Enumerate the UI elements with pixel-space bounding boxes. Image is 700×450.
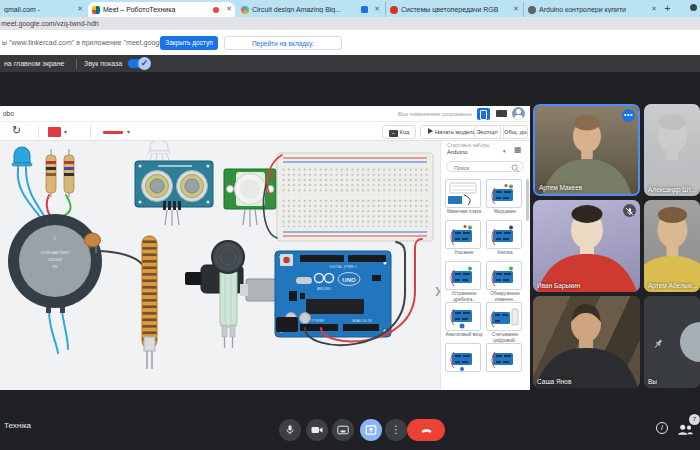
- resistor-component[interactable]: [64, 149, 74, 197]
- mobile-preview-button[interactable]: [477, 108, 490, 120]
- code-button[interactable]: ‹›Код: [382, 125, 416, 139]
- mic-icon: [284, 424, 296, 436]
- export-button[interactable]: Экспорт: [474, 125, 501, 139]
- address-bar[interactable]: meet.google.com/vzq-twnd-hdh: [0, 17, 700, 30]
- tab-tinkercad[interactable]: Circuit design Amazing Big... ✕: [237, 2, 383, 17]
- participant-name: Вы: [648, 378, 657, 385]
- browser-tab-strip: gmail.com - ✕ Meet – РоботоТехника ✕ Cir…: [0, 0, 700, 17]
- avatar[interactable]: [512, 107, 525, 120]
- wire-style-swatch[interactable]: [103, 131, 123, 134]
- blue-led-component[interactable]: [12, 147, 32, 169]
- component-card[interactable]: [486, 343, 524, 373]
- svg-text:CR2032: CR2032: [48, 257, 63, 262]
- component-thumbnail: [445, 261, 481, 290]
- save-status: Все изменения сохранены: [398, 111, 472, 117]
- components-panel: ❯ Стартовые наборы Arduino ▾ ▦ Макет: [440, 141, 530, 390]
- stop-presenting-button[interactable]: [360, 419, 382, 441]
- browser-profile-icon[interactable]: [690, 4, 697, 11]
- component-thumbnail: [486, 179, 522, 208]
- participant-name: Александр Шт...: [648, 186, 696, 193]
- goto-tab-button[interactable]: Перейти на вкладку: www.tinkercad.com: [224, 36, 342, 50]
- component-card[interactable]: Мерцание: [486, 179, 524, 215]
- component-card[interactable]: Аналоговый вход: [445, 302, 483, 338]
- new-tab-button[interactable]: +: [661, 2, 674, 15]
- phone-icon: [480, 110, 487, 120]
- component-thumbnail: [486, 343, 522, 372]
- mic-button[interactable]: [279, 419, 301, 441]
- svg-text:ANALOG IN: ANALOG IN: [352, 319, 372, 323]
- search-input[interactable]: [452, 163, 514, 172]
- participant-tile[interactable]: Александр Шт...: [644, 104, 700, 196]
- component-thumbnail: [445, 343, 481, 372]
- person-silhouette: [644, 104, 700, 196]
- participant-tile[interactable]: ••• Артем Макеев: [533, 104, 640, 196]
- participant-tile[interactable]: Артем Абельм...: [644, 200, 700, 292]
- project-name[interactable]: obo: [3, 110, 14, 117]
- component-card[interactable]: Кнопка: [486, 220, 524, 256]
- color-swatch[interactable]: [48, 127, 61, 137]
- force-sensor-component[interactable]: [212, 241, 244, 348]
- tab-close-icon[interactable]: ✕: [77, 5, 83, 13]
- more-options-button[interactable]: ⋮: [385, 419, 407, 441]
- screen: gmail.com - ✕ Meet – РоботоТехника ✕ Cir…: [0, 0, 700, 450]
- tab-close-icon[interactable]: ✕: [226, 5, 232, 13]
- play-icon: [428, 128, 433, 134]
- panel-collapse-icon[interactable]: ❯: [434, 286, 442, 296]
- tab-rgb[interactable]: Системы цветопередачи RGB ✕: [385, 2, 522, 17]
- component-card[interactable]: Устранение дребезга..: [445, 261, 483, 302]
- captions-button[interactable]: [332, 419, 354, 441]
- chevron-down-icon[interactable]: ▾: [127, 128, 130, 135]
- participants-grid: ••• Артем Макеев Александр Шт...: [533, 104, 700, 388]
- participant-count-badge: 7: [689, 414, 700, 425]
- meet-stage: на главном экране Звук показа ✓ obo Все …: [0, 55, 700, 450]
- shared-tinkercad-window: obo Все изменения сохранены ↻ ▾ ▾ ‹›Код …: [0, 106, 530, 390]
- arduino-uno-component[interactable]: DIGITAL (PWM~) UNO ARDUINO POWER: [240, 251, 391, 337]
- flex-sensor-component[interactable]: [142, 236, 157, 369]
- sound-toggle-knob[interactable]: ✓: [138, 57, 151, 70]
- self-tile[interactable]: Вы: [644, 296, 700, 388]
- rotate-icon[interactable]: ↻: [12, 124, 21, 137]
- tab-close-icon[interactable]: ✕: [374, 5, 380, 13]
- ultrasonic-sensor-component[interactable]: [135, 161, 213, 226]
- avatar-body: [514, 115, 523, 120]
- info-button[interactable]: i: [656, 422, 668, 434]
- component-thumbnail: [486, 261, 522, 290]
- component-card[interactable]: Угасание: [445, 220, 483, 256]
- tab-arduino[interactable]: Arduino контролери купити ✕: [523, 2, 660, 17]
- breadboard-component[interactable]: [277, 153, 433, 241]
- circuit-canvas[interactable]: + COIN BATTERY CR2032 3V: [0, 141, 440, 390]
- tab-meet-active[interactable]: Meet – РоботоТехника ✕: [88, 2, 235, 17]
- sharing-notice-bar: ы "www.tinkercad.com" в приложение "meet…: [0, 30, 700, 56]
- chevron-down-icon[interactable]: ▾: [503, 148, 506, 154]
- component-card[interactable]: Макетная плата: [445, 179, 483, 215]
- component-card[interactable]: Считывание цифровой..: [486, 302, 524, 343]
- keyboard-icon[interactable]: [496, 110, 507, 117]
- tab-sharing-icon: [361, 6, 368, 13]
- tab-close-icon[interactable]: ✕: [651, 5, 657, 13]
- panel-scrollbar[interactable]: [526, 179, 529, 221]
- person-silhouette: [533, 296, 640, 388]
- kit-select[interactable]: Arduino: [447, 149, 468, 155]
- tab-title: Arduino контролери купити: [539, 6, 646, 13]
- tab-close-icon[interactable]: ✕: [513, 5, 519, 13]
- end-call-button[interactable]: [407, 419, 445, 441]
- chevron-down-icon[interactable]: ▾: [64, 128, 67, 135]
- share-button[interactable]: Общ. дост..: [503, 125, 528, 139]
- presenting-icon: [365, 424, 377, 436]
- tile-menu-button[interactable]: •••: [622, 109, 635, 122]
- component-card[interactable]: Обнаружение изменен..: [486, 261, 524, 302]
- participants-button[interactable]: [677, 422, 693, 440]
- component-search[interactable]: [446, 161, 524, 172]
- camera-button[interactable]: [306, 419, 328, 441]
- component-card[interactable]: [445, 343, 483, 373]
- grid-view-icon[interactable]: ▦: [514, 145, 522, 155]
- coin-battery-component[interactable]: + COIN BATTERY CR2032 3V: [8, 214, 102, 313]
- presenting-text: на главном экране: [4, 60, 65, 67]
- participant-tile[interactable]: Саша Янов: [533, 296, 640, 388]
- stop-sharing-button[interactable]: Закрыть доступ: [160, 36, 218, 50]
- participant-tile[interactable]: Иван Барыкин: [533, 200, 640, 292]
- tab-gmail[interactable]: gmail.com - ✕: [0, 2, 86, 17]
- tab-title: Circuit design Amazing Big...: [252, 6, 357, 13]
- resistor-component[interactable]: [46, 149, 56, 197]
- svg-text:POWER: POWER: [311, 319, 325, 323]
